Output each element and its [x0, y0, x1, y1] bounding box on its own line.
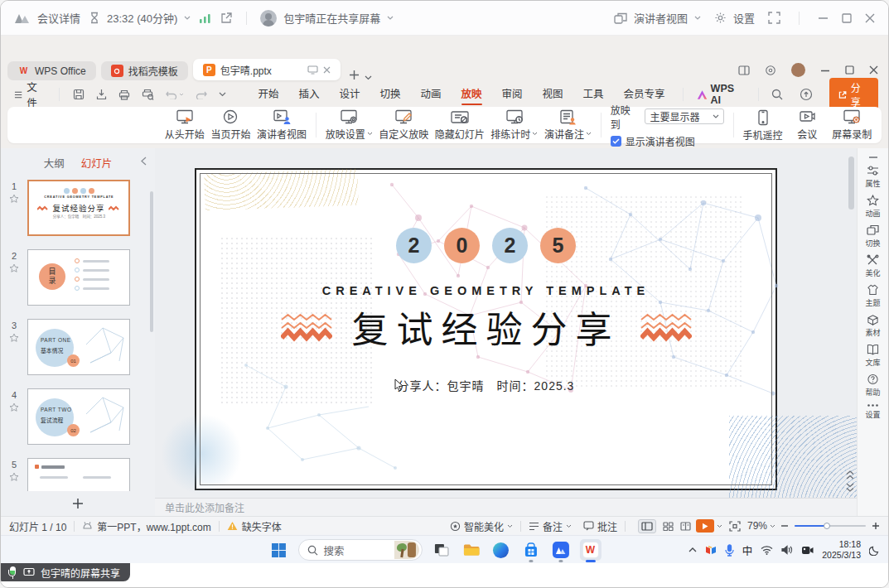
- zoom-slider[interactable]: [795, 525, 866, 527]
- phone-remote-button[interactable]: 手机遥控: [740, 108, 786, 142]
- rail-theme[interactable]: 主题: [865, 284, 880, 308]
- editor-scrollbar[interactable]: [848, 157, 854, 210]
- presenter-view-button[interactable]: 演讲者视图: [254, 108, 310, 142]
- wps-minimize-button[interactable]: [820, 65, 830, 75]
- fit-window-button[interactable]: [729, 521, 741, 532]
- menu-tab-home[interactable]: 开始: [250, 85, 286, 104]
- slide-canvas[interactable]: 2 0 2 5 CREATIVE GEOMETRY TEMPLATE: [195, 168, 777, 490]
- panel-scrollbar[interactable]: [150, 191, 153, 332]
- menu-tab-review[interactable]: 审阅: [495, 85, 530, 104]
- meeting-timer[interactable]: 23:32 (40分钟): [89, 10, 191, 26]
- speaker-notes-button[interactable]: 演讲备注: [541, 108, 595, 142]
- maximize-button[interactable]: [842, 13, 852, 23]
- add-slide-button[interactable]: [1, 491, 155, 516]
- tray-expand-icon[interactable]: [688, 547, 697, 552]
- skin-settings-icon[interactable]: [765, 65, 776, 76]
- next-slide-button[interactable]: [844, 482, 856, 493]
- tab-document[interactable]: P 包宇晴.pptx: [193, 59, 341, 80]
- notes-toggle-button[interactable]: 备注: [529, 519, 572, 533]
- meeting-details-button[interactable]: 会议详情: [37, 10, 80, 26]
- play-from-beginning-button[interactable]: 从头开始: [162, 108, 208, 142]
- undo-button[interactable]: [162, 90, 187, 99]
- slide-thumbnail-4[interactable]: 4 PART TWO 复试流程 02: [1, 388, 155, 445]
- display-target-select[interactable]: 主要显示器: [645, 108, 723, 124]
- screen-share-badge[interactable]: 包宇晴的屏幕共享: [1, 563, 130, 581]
- rail-transition[interactable]: 切换: [865, 224, 880, 248]
- menu-tab-animation[interactable]: 动画: [413, 85, 449, 104]
- close-button[interactable]: [865, 13, 875, 23]
- slides-tab[interactable]: 幻灯片: [81, 155, 113, 171]
- outline-tab[interactable]: 大纲: [44, 155, 65, 171]
- start-button[interactable]: [268, 539, 289, 561]
- play-slideshow-button[interactable]: [696, 519, 714, 533]
- meeting-settings-button[interactable]: 设置: [714, 10, 755, 26]
- collapse-panel-icon[interactable]: [141, 157, 147, 166]
- previous-slide-button[interactable]: [844, 470, 856, 480]
- menu-tab-tools[interactable]: 工具: [576, 85, 611, 104]
- open-share-window-icon[interactable]: [220, 12, 233, 25]
- network-signal-icon[interactable]: [199, 13, 211, 23]
- print-icon[interactable]: [115, 89, 133, 100]
- fullscreen-icon[interactable]: [768, 12, 780, 24]
- tab-wps-home[interactable]: W WPS Office: [7, 61, 96, 80]
- hide-slide-button[interactable]: 隐藏幻灯片: [432, 108, 488, 142]
- menu-tab-transition[interactable]: 切换: [372, 85, 408, 104]
- camera-indicator-icon[interactable]: [801, 546, 814, 555]
- menu-tab-member[interactable]: 会员专享: [616, 85, 673, 104]
- edge-browser-icon[interactable]: [490, 539, 511, 561]
- clock[interactable]: 18:18 2025/3/13: [822, 539, 861, 561]
- input-method-brand-icon[interactable]: [705, 545, 717, 556]
- notes-input[interactable]: 单击此处添加备注: [155, 498, 857, 516]
- minimize-button[interactable]: [818, 12, 829, 23]
- slide-thumbnail-2[interactable]: 2 目录: [1, 249, 155, 306]
- slide-tagline[interactable]: CREATIVE GEOMETRY TEMPLATE: [196, 284, 775, 297]
- wps-restore-button[interactable]: [845, 65, 854, 75]
- slide-thumbnail-1[interactable]: 1 CREATIVE GEOMETRY TEMPLATE 复试经验分享: [1, 180, 155, 236]
- microsoft-store-icon[interactable]: [519, 539, 541, 561]
- slide-thumbnail-5[interactable]: 5: [1, 458, 155, 491]
- rail-help[interactable]: 帮助: [865, 374, 880, 398]
- new-tab-button[interactable]: [345, 70, 363, 80]
- search-icon[interactable]: [768, 89, 786, 100]
- rail-animation[interactable]: 动画: [865, 195, 880, 219]
- comments-button[interactable]: 批注: [583, 519, 617, 533]
- meeting-app-icon[interactable]: [549, 539, 571, 561]
- wifi-icon[interactable]: [761, 546, 773, 555]
- menu-tab-view[interactable]: 视图: [535, 85, 571, 104]
- missing-font-warning[interactable]: 缺失字体: [242, 519, 282, 533]
- upload-cloud-icon[interactable]: [796, 88, 816, 101]
- play-from-current-button[interactable]: 当页开始: [208, 108, 254, 142]
- rail-library[interactable]: 文库: [865, 344, 880, 368]
- slide-byline[interactable]: 分享人：包宇晴 时间：2025.3: [196, 377, 775, 393]
- smart-beautify-button[interactable]: 智能美化: [450, 519, 513, 533]
- menu-tab-slideshow[interactable]: 放映: [454, 85, 490, 104]
- zoom-in-button[interactable]: [872, 522, 880, 530]
- zoom-out-button[interactable]: [780, 522, 789, 530]
- slideshow-settings-button[interactable]: 放映设置: [322, 108, 376, 142]
- reading-view-button[interactable]: [680, 522, 691, 531]
- export-pdf-icon[interactable]: [93, 89, 110, 100]
- template-source-text[interactable]: 第一PPT，www.1ppt.com: [97, 519, 210, 533]
- slide-title[interactable]: 复试经验分享: [352, 301, 621, 354]
- save-icon[interactable]: [70, 89, 88, 100]
- collapse-rail-icon[interactable]: [868, 156, 878, 159]
- presenter-view-toggle[interactable]: 演讲者视图: [614, 10, 701, 26]
- rail-beautify[interactable]: 美化: [865, 254, 880, 278]
- do-not-disturb-moon-icon[interactable]: [869, 545, 880, 556]
- zoom-slider-knob[interactable]: [824, 523, 830, 529]
- chevron-down-icon[interactable]: [770, 524, 775, 528]
- tab-list-dropdown[interactable]: [363, 75, 374, 80]
- print-preview-icon[interactable]: [138, 89, 157, 100]
- sharer-status[interactable]: 包宇晴正在共享屏幕: [260, 10, 394, 27]
- wps-close-button[interactable]: [869, 65, 878, 75]
- chevron-down-icon[interactable]: [717, 524, 722, 528]
- year-circles[interactable]: 2 0 2 5: [196, 228, 775, 263]
- menu-tab-design[interactable]: 设计: [331, 85, 367, 104]
- redo-button[interactable]: [192, 90, 210, 99]
- slide-editor[interactable]: 2 0 2 5 CREATIVE GEOMETRY TEMPLATE: [155, 148, 857, 498]
- window-layout-icon[interactable]: [738, 65, 750, 75]
- tab-docer-templates[interactable]: 找稻壳模板: [101, 61, 188, 80]
- speaker-icon[interactable]: [781, 545, 793, 555]
- show-presenter-view-checkbox[interactable]: [611, 136, 621, 147]
- rehearse-timing-button[interactable]: 排练计时: [488, 108, 542, 142]
